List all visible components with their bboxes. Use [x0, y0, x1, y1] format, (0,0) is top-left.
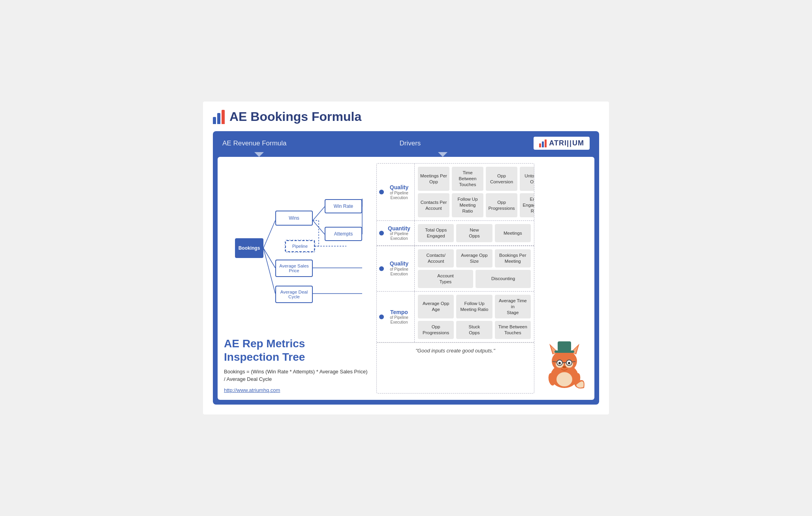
metric-total-opps-engaged: Total OppsEngaged	[418, 224, 454, 242]
driver-section-quality2: Quality of PipelineExecution Contacts/Ac…	[377, 246, 534, 292]
metric-time-between-touches: Time BetweenTouches	[452, 167, 483, 191]
quality1-label-col: Quality of PipelineExecution	[377, 164, 414, 220]
quality2-row1: Contacts/Account Average OppSize Booking…	[418, 249, 531, 267]
quantity-sub: of PipelineExecution	[388, 232, 410, 241]
arrow-right	[438, 152, 447, 157]
metric-avg-opp-age: Average OppAge	[418, 295, 454, 319]
quality2-label-col: Quality of PipelineExecution	[377, 246, 414, 291]
svg-line-3	[313, 207, 325, 220]
metric-bookings-per-meeting: Bookings PerMeeting	[495, 249, 531, 267]
header-left: AE Revenue Formula	[222, 139, 287, 147]
metric-untouched-opps: UntouchedOpps	[520, 167, 534, 191]
driver-section-quality1: Quality of PipelineExecution Meetings Pe…	[377, 164, 534, 221]
fox-svg	[541, 333, 588, 392]
quality2-sub: of PipelineExecution	[390, 267, 408, 277]
drivers-label: Drivers	[399, 139, 421, 147]
metric-opp-progressions1: OppProgressions	[486, 193, 517, 217]
metric-time-between-touches2: Time BetweenTouches	[495, 321, 531, 339]
metric-avg-time-in-stage: Average Time inStage	[495, 295, 531, 319]
quality1-row2: Contacts PerAccount Follow UpMeeting Rat…	[418, 193, 534, 217]
page-container: AE Bookings Formula AE Revenue Formula D…	[203, 102, 609, 414]
avg-deal-cycle-node: Average Deal Cycle	[275, 286, 313, 303]
formula-text-area: AE Rep MetricsInspection Tree Bookings =…	[224, 337, 370, 393]
quality2-cards: Contacts/Account Average OppSize Booking…	[414, 246, 534, 291]
metric-new-opps: NewOpps	[456, 224, 492, 242]
formula-equation: Bookings = (Wins (Win Rate * Attempts) *…	[224, 368, 370, 383]
quote-text: "Good inputs create good outputs."	[415, 348, 495, 354]
metric-follow-up-meeting-ratio2: Follow UpMeeting Ratio	[456, 295, 492, 319]
metric-avg-opp-size: Average OppSize	[456, 249, 492, 267]
quality1-dot	[379, 190, 384, 194]
header-center: Drivers	[287, 139, 534, 147]
tempo-row1: Average OppAge Follow UpMeeting Ratio Av…	[418, 295, 531, 319]
metric-opp-progressions2: OppProgressions	[418, 321, 454, 339]
quantity-dot	[379, 231, 384, 235]
tempo-dot	[379, 314, 384, 319]
tempo-row2: OppProgressions StuckOpps Time BetweenTo…	[418, 321, 531, 339]
metric-opp-conversion: OppConversion	[486, 167, 517, 191]
quality1-title: Quality	[390, 184, 408, 191]
avg-sales-price-node: Average Sales Price	[275, 260, 313, 277]
main-card: AE Revenue Formula Drivers ATRI||UM	[213, 131, 599, 404]
metric-follow-up-meeting-ratio1: Follow UpMeeting Ratio	[452, 193, 483, 217]
quantity-row1: Total OppsEngaged NewOpps Meetings	[418, 224, 531, 242]
header-row: AE Revenue Formula Drivers ATRI||UM	[213, 131, 599, 150]
metric-contacts-per-account: Contacts PerAccount	[418, 193, 449, 217]
quality2-dot	[379, 266, 384, 271]
metric-email-engagement-rate: EmailEngagement Rate	[520, 193, 534, 217]
quantity-label-col: Quantity of PipelineExecution	[377, 221, 414, 245]
svg-point-33	[558, 362, 561, 364]
tree-area: Bookings Wins Win Rate Attempts	[224, 163, 370, 333]
svg-line-32	[572, 362, 575, 362]
svg-line-1	[263, 248, 275, 268]
metric-contacts-account: Contacts/Account	[418, 249, 454, 267]
atrium-logo-bars	[539, 139, 547, 147]
atrium-logo-text: ATRI||UM	[549, 139, 584, 147]
pipeline-node: Pipeline	[285, 240, 315, 252]
tempo-title: Tempo	[390, 309, 408, 316]
driver-section-tempo: Tempo of PipelineExecution Average OppAg…	[377, 292, 534, 343]
page-title: AE Bookings Formula	[229, 109, 361, 124]
arrow-left	[254, 152, 264, 157]
drivers-panel: Quality of PipelineExecution Meetings Pe…	[376, 163, 534, 393]
content-area: Bookings Wins Win Rate Attempts	[218, 157, 594, 399]
quality2-title: Quality	[390, 260, 408, 267]
driver-section-quantity: Quantity of PipelineExecution Total Opps…	[377, 221, 534, 246]
title-icon	[213, 110, 225, 124]
quantity-cards: Total OppsEngaged NewOpps Meetings	[414, 221, 534, 245]
svg-line-31	[553, 362, 557, 362]
svg-rect-37	[558, 341, 571, 351]
quantity-title: Quantity	[388, 225, 410, 232]
attempts-node: Attempts	[325, 227, 362, 241]
atrium-logo: ATRI||UM	[534, 137, 590, 150]
tempo-sub: of PipelineExecution	[390, 315, 408, 325]
metric-stuck-opps: StuckOpps	[456, 321, 492, 339]
quality1-row1: Meetings PerOpp Time BetweenTouches OppC…	[418, 167, 534, 191]
metric-meetings-per-opp: Meetings PerOpp	[418, 167, 449, 191]
tempo-label-col: Tempo of PipelineExecution	[377, 292, 414, 343]
wins-node: Wins	[275, 211, 313, 226]
formula-link[interactable]: http://www.atriumhq.com	[224, 387, 280, 393]
quality1-sub: of PipelineExecution	[390, 191, 408, 200]
svg-line-0	[263, 220, 275, 248]
arrows-row	[213, 150, 599, 157]
svg-point-18	[556, 372, 572, 386]
page-title-area: AE Bookings Formula	[213, 109, 599, 124]
left-panel: Bookings Wins Win Rate Attempts	[224, 163, 370, 393]
metric-account-types: AccountTypes	[418, 270, 473, 288]
tempo-cards: Average OppAge Follow UpMeeting Ratio Av…	[414, 292, 534, 343]
svg-point-34	[568, 362, 570, 364]
quality2-row2: AccountTypes Discounting	[418, 270, 531, 288]
svg-line-2	[263, 248, 275, 294]
fox-mascot-container	[541, 333, 588, 394]
revenue-formula-label: AE Revenue Formula	[222, 139, 287, 147]
quality1-cards: Meetings PerOpp Time BetweenTouches OppC…	[414, 164, 534, 220]
quote-row: "Good inputs create good outputs."	[377, 343, 534, 357]
metric-discounting: Discounting	[476, 270, 531, 288]
metric-meetings: Meetings	[495, 224, 531, 242]
svg-point-35	[562, 366, 566, 368]
ae-rep-title: AE Rep MetricsInspection Tree	[224, 337, 370, 363]
win-rate-node: Win Rate	[325, 199, 362, 213]
bookings-node: Bookings	[235, 238, 263, 258]
